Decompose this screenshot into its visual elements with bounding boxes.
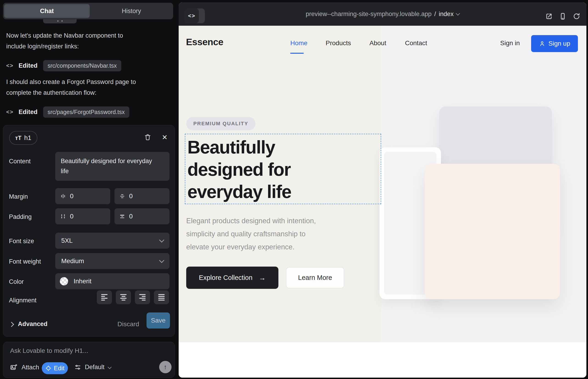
color-label: Color [9,278,24,285]
attach-label: Attach [22,364,39,371]
content-label: Content [9,158,31,165]
hero-section: Essence Home Products About Contact Sign… [179,26,586,342]
sign-in-link[interactable]: Sign in [500,39,520,47]
explore-collection-label: Explore Collection [199,274,252,282]
trash-icon [144,133,152,141]
align-center-button[interactable] [116,290,131,304]
padding-label: Padding [9,213,32,221]
edited-label: Edited [19,109,38,116]
sliders-icon [74,364,81,371]
external-link-icon [545,12,553,20]
preview-browser: preview--charming-site-symphony.lovable.… [179,2,586,378]
selected-element-chip: тT h1 [9,131,37,145]
align-justify-button[interactable] [154,290,169,304]
url-page: index [439,11,454,18]
padding-x-value: 0 [70,213,74,220]
margin-horizontal-icon [60,193,66,199]
padding-y-value: 0 [129,213,133,220]
url-separator: / [434,11,436,18]
chat-message-line: include login/register links: [6,41,164,52]
nav-link-products[interactable]: Products [326,39,351,47]
scrolled-message-peek [43,19,77,23]
model-selector[interactable]: Default [74,364,111,371]
chevron-down-icon [159,237,164,243]
color-select[interactable]: Inherit [55,273,170,289]
align-right-icon [139,294,146,295]
model-selector-label: Default [85,364,105,371]
description-line: Elegant products designed with intention… [186,214,374,227]
margin-label: Margin [9,193,28,200]
edited-file-row: <> Edited src/components/Navbar.tsx [6,60,121,72]
align-right-button[interactable] [135,290,150,304]
edited-label: Edited [19,62,38,69]
headline-line: everyday life [187,181,381,203]
discard-button[interactable]: Discard [117,320,139,328]
mobile-preview-button[interactable] [558,12,567,21]
send-button[interactable]: ↑ [159,361,171,373]
chevron-down-icon [159,258,164,263]
explore-collection-button[interactable]: Explore Collection → [186,267,279,289]
chat-message: I should also create a Forgot Password p… [6,77,164,98]
chat-composer: Ask Lovable to modify H1... Attach [3,342,175,378]
site-logo[interactable]: Essence [186,37,223,47]
tab-bar: Chat History [3,3,173,19]
edit-mode-button[interactable]: Edit [42,362,68,374]
chevron-right-icon [9,322,14,327]
nav-link-about[interactable]: About [370,39,386,47]
sign-up-button[interactable]: Sign up [531,35,578,52]
close-panel-button[interactable]: ✕ [160,132,170,142]
learn-more-button[interactable]: Learn More [286,267,344,288]
app-window: Chat History Now let's update the Navbar… [0,0,588,379]
color-value: Inherit [74,278,92,285]
margin-y-input[interactable]: 0 [114,188,170,204]
url-host: preview--charming-site-symphony.lovable.… [306,11,432,18]
save-button[interactable]: Save [147,313,170,329]
align-left-button[interactable] [97,290,112,304]
padding-x-input[interactable]: 0 [55,208,110,224]
element-tag: h1 [24,134,31,142]
code-icon: <> [6,63,14,69]
code-icon: <> [185,8,199,23]
sidebar: Chat History Now let's update the Navbar… [0,0,178,379]
nav-link-home[interactable]: Home [290,39,308,47]
headline-line: Beautifully [187,136,381,158]
edit-label: Edit [54,365,65,372]
site-preview: Essence Home Products About Contact Sign… [179,26,586,378]
tab-history[interactable]: History [90,3,173,19]
font-weight-label: Font weight [9,258,41,265]
edited-file-pill[interactable]: src/components/Navbar.tsx [43,60,122,71]
delete-element-button[interactable] [143,132,153,142]
arrow-up-icon: ↑ [164,363,167,371]
margin-x-input[interactable]: 0 [55,188,110,204]
mobile-device-icon [559,12,567,20]
typography-icon: тT [15,135,22,141]
peek-dot [57,20,59,22]
refresh-icon [573,12,581,20]
margin-y-value: 0 [129,192,133,200]
content-textarea[interactable]: Beautifully designed for everyday life [55,152,170,181]
open-in-new-tab-button[interactable] [545,12,553,21]
attach-button[interactable]: Attach [10,364,39,371]
align-center-icon [120,294,127,295]
edited-file-row: <> Edited src/pages/ForgotPassword.tsx [6,106,129,118]
chevron-down-icon [108,365,111,369]
nav-link-contact[interactable]: Contact [405,39,427,47]
url-bar[interactable]: preview--charming-site-symphony.lovable.… [179,2,586,26]
chat-message: Now let's update the Navbar component to… [6,30,164,52]
padding-y-input[interactable]: 0 [114,208,170,224]
refresh-button[interactable] [572,12,581,21]
description-line: simplicity and quality craftsmanship to [186,227,374,240]
advanced-label[interactable]: Advanced [18,320,47,328]
padding-vertical-icon [119,213,125,220]
edited-file-pill[interactable]: src/pages/ForgotPassword.tsx [43,107,129,118]
tab-chat[interactable]: Chat [4,4,90,18]
browser-toolbar: preview--charming-site-symphony.lovable.… [179,2,586,26]
font-weight-select[interactable]: Medium [55,253,170,269]
advanced-toggle[interactable] [10,323,13,327]
font-size-select[interactable]: 5XL [55,233,170,249]
code-view-toggle[interactable]: <> [185,8,205,23]
element-editor-panel: тT h1 ✕ Content Beautifully designed for… [3,125,175,337]
composer-input[interactable]: Ask Lovable to modify H1... [10,347,88,354]
selected-h1-element[interactable]: Beautifully designed for everyday life [185,134,381,204]
arrow-right-icon: → [259,274,266,282]
